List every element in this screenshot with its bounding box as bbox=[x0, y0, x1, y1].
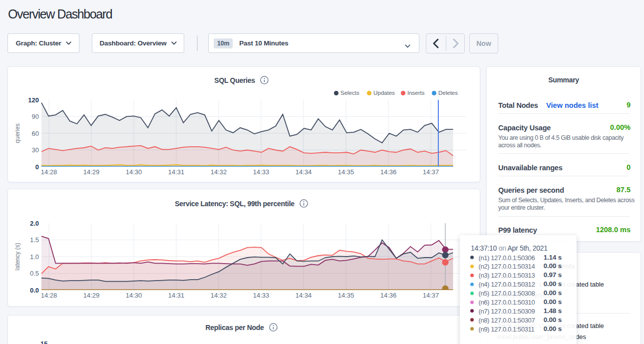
svg-text:14:28: 14:28 bbox=[41, 292, 57, 299]
svg-text:14:33: 14:33 bbox=[253, 292, 270, 299]
svg-text:14:36: 14:36 bbox=[380, 168, 397, 176]
svg-text:14:34: 14:34 bbox=[296, 168, 312, 176]
svg-text:1.5: 1.5 bbox=[30, 236, 39, 244]
svg-text:30: 30 bbox=[32, 146, 39, 154]
svg-text:60: 60 bbox=[32, 130, 39, 137]
svg-text:1.0: 1.0 bbox=[30, 253, 39, 261]
svg-text:14:35: 14:35 bbox=[338, 168, 354, 176]
svg-text:14:37: 14:37 bbox=[423, 168, 439, 176]
svg-text:0.0: 0.0 bbox=[30, 287, 39, 294]
svg-text:14:29: 14:29 bbox=[83, 168, 100, 176]
svg-text:14:31: 14:31 bbox=[168, 292, 185, 299]
svg-text:14:28: 14:28 bbox=[41, 168, 57, 176]
svg-text:90: 90 bbox=[32, 113, 39, 120]
svg-text:0: 0 bbox=[35, 163, 39, 171]
svg-text:14:36: 14:36 bbox=[380, 292, 397, 299]
svg-text:14:34: 14:34 bbox=[296, 292, 312, 299]
svg-text:14:33: 14:33 bbox=[253, 168, 270, 176]
svg-text:14:32: 14:32 bbox=[211, 168, 227, 176]
svg-text:14:30: 14:30 bbox=[126, 168, 142, 176]
svg-text:latency (s): latency (s) bbox=[14, 243, 21, 270]
svg-text:queries: queries bbox=[14, 123, 21, 143]
svg-text:14:37: 14:37 bbox=[423, 292, 439, 299]
svg-text:120: 120 bbox=[28, 96, 39, 104]
svg-text:14:32: 14:32 bbox=[211, 292, 227, 299]
svg-text:0.5: 0.5 bbox=[30, 270, 39, 277]
svg-text:14:35: 14:35 bbox=[338, 292, 354, 299]
svg-text:14:30: 14:30 bbox=[126, 292, 142, 299]
svg-text:14:29: 14:29 bbox=[83, 292, 100, 299]
svg-text:2.0: 2.0 bbox=[30, 220, 39, 227]
svg-text:14:31: 14:31 bbox=[168, 168, 185, 176]
